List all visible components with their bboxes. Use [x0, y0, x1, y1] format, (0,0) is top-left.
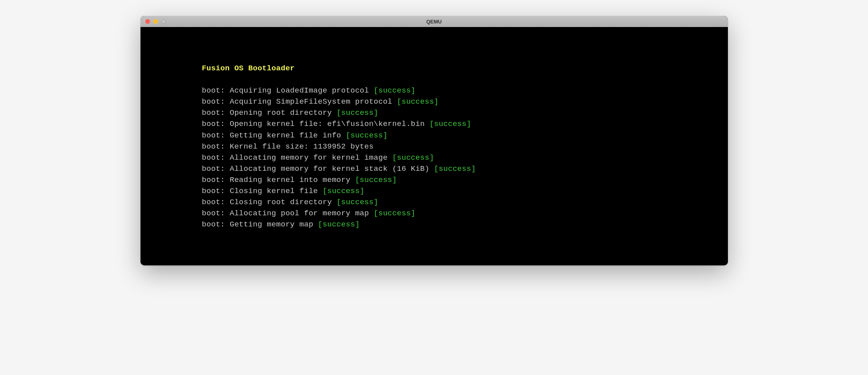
log-message: Closing kernel file	[230, 187, 323, 195]
log-line: boot: Opening root directory [success]	[202, 107, 728, 118]
log-status: [success]	[429, 120, 471, 128]
log-line: boot: Opening kernel file: efi\fusion\ke…	[202, 118, 728, 130]
log-status: [success]	[392, 153, 434, 162]
log-prefix: boot:	[202, 176, 230, 184]
log-status: [success]	[346, 131, 387, 140]
terminal-output: Fusion OS Bootloader boot: Acquiring Loa…	[140, 27, 728, 265]
log-prefix: boot:	[202, 86, 230, 95]
log-status: [success]	[355, 176, 397, 184]
log-status: [success]	[337, 108, 378, 117]
log-prefix: boot:	[202, 164, 230, 173]
window-title: QEMU	[145, 19, 723, 25]
log-line: boot: Closing kernel file [success]	[202, 186, 728, 197]
log-message: Closing root directory	[230, 198, 337, 207]
log-status: [success]	[373, 86, 415, 95]
log-prefix: boot:	[202, 209, 230, 218]
log-message: Acquiring SimpleFileSystem protocol	[230, 97, 397, 106]
log-line: boot: Getting kernel file info [success]	[202, 130, 728, 141]
log-message: Opening root directory	[230, 108, 337, 117]
log-message: Allocating pool for memory map	[230, 209, 374, 218]
log-line: boot: Allocating memory for kernel image…	[202, 152, 728, 163]
log-message: Getting memory map	[230, 220, 318, 229]
log-line: boot: Getting memory map [success]	[202, 219, 728, 230]
log-line: boot: Reading kernel into memory [succes…	[202, 174, 728, 186]
log-prefix: boot:	[202, 187, 230, 195]
close-button[interactable]	[145, 19, 150, 24]
log-prefix: boot:	[202, 142, 230, 151]
log-line: boot: Allocating pool for memory map [su…	[202, 208, 728, 219]
log-status: [success]	[397, 97, 439, 106]
log-prefix: boot:	[202, 220, 230, 229]
log-prefix: boot:	[202, 153, 230, 162]
log-line: boot: Acquiring LoadedImage protocol [su…	[202, 85, 728, 96]
log-lines: boot: Acquiring LoadedImage protocol [su…	[202, 85, 728, 230]
log-line: boot: Allocating memory for kernel stack…	[202, 163, 728, 174]
qemu-window: QEMU Fusion OS Bootloader boot: Acquirin…	[140, 16, 728, 265]
log-message: Allocating memory for kernel image	[230, 153, 393, 162]
log-prefix: boot:	[202, 198, 230, 207]
log-status: [success]	[323, 187, 364, 195]
minimize-button[interactable]	[153, 19, 158, 24]
log-line: boot: Acquiring SimpleFileSystem protoco…	[202, 96, 728, 107]
log-status: [success]	[373, 209, 415, 218]
log-prefix: boot:	[202, 131, 230, 140]
log-line: boot: Kernel file size: 1139952 bytes	[202, 141, 728, 152]
log-prefix: boot:	[202, 108, 230, 117]
log-prefix: boot:	[202, 120, 230, 128]
log-message: Reading kernel into memory	[230, 176, 355, 184]
log-message: Opening kernel file: efi\fusion\kernel.b…	[230, 120, 429, 128]
titlebar[interactable]: QEMU	[140, 16, 728, 27]
log-prefix: boot:	[202, 97, 230, 106]
log-message: Getting kernel file info	[230, 131, 346, 140]
maximize-button[interactable]	[161, 19, 166, 24]
log-status: [success]	[318, 220, 360, 229]
bootloader-heading: Fusion OS Bootloader	[202, 63, 728, 74]
traffic-lights	[145, 19, 166, 24]
log-line: boot: Closing root directory [success]	[202, 197, 728, 208]
log-status: [success]	[337, 198, 378, 207]
log-message: Allocating memory for kernel stack (16 K…	[230, 164, 434, 173]
log-message: Kernel file size: 1139952 bytes	[230, 142, 374, 151]
log-status: [success]	[434, 164, 476, 173]
log-message: Acquiring LoadedImage protocol	[230, 86, 374, 95]
